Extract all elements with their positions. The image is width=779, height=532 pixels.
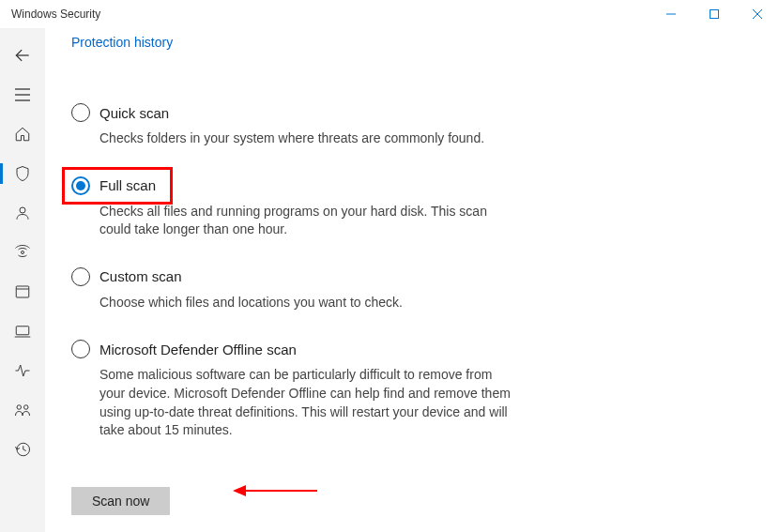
sidebar (0, 28, 45, 532)
option-quick-scan: Quick scan Checks folders in your system… (71, 103, 522, 148)
option-desc: Checks all files and running programs on… (99, 203, 512, 239)
window-title: Windows Security (11, 8, 100, 21)
option-offline-scan: Microsoft Defender Offline scan Some mal… (71, 340, 522, 439)
shield-icon[interactable] (0, 154, 45, 193)
scan-now-button[interactable]: Scan now (71, 487, 170, 515)
protection-history-link[interactable]: Protection history (71, 35, 173, 50)
device-security-icon[interactable] (0, 312, 45, 351)
menu-button[interactable] (0, 75, 45, 114)
device-performance-icon[interactable] (0, 351, 45, 390)
option-title: Microsoft Defender Offline scan (99, 342, 297, 357)
option-title: Full scan (99, 177, 156, 193)
close-button[interactable] (736, 0, 779, 28)
option-full-scan: Full scan Checks all files and running p… (71, 176, 522, 239)
app-browser-icon[interactable] (0, 272, 45, 312)
option-desc: Checks folders in your system where thre… (99, 129, 512, 148)
svg-rect-12 (16, 327, 29, 335)
radio-full-scan[interactable] (71, 176, 90, 195)
svg-rect-10 (16, 286, 29, 297)
svg-point-9 (22, 251, 24, 254)
minimize-button[interactable] (649, 0, 693, 28)
svg-point-14 (17, 405, 22, 410)
family-options-icon[interactable] (0, 390, 45, 430)
option-title: Quick scan (99, 105, 169, 121)
arrow-annotation (233, 483, 317, 502)
home-icon[interactable] (0, 114, 45, 154)
history-icon[interactable] (0, 430, 45, 469)
window-controls (649, 0, 779, 28)
maximize-button[interactable] (693, 0, 736, 28)
option-desc: Choose which files and locations you wan… (99, 294, 512, 312)
svg-point-8 (20, 207, 25, 213)
radio-custom-scan[interactable] (71, 267, 90, 286)
back-button[interactable] (0, 36, 45, 75)
option-custom-scan: Custom scan Choose which files and locat… (71, 267, 522, 312)
account-icon[interactable] (0, 193, 45, 233)
option-title: Custom scan (99, 268, 182, 284)
svg-point-15 (24, 405, 29, 410)
option-desc: Some malicious software can be particula… (99, 366, 512, 439)
radio-quick-scan[interactable] (71, 103, 90, 122)
svg-rect-1 (710, 10, 719, 19)
svg-marker-18 (233, 485, 246, 496)
radio-offline-scan[interactable] (71, 340, 90, 358)
firewall-icon[interactable] (0, 233, 45, 272)
